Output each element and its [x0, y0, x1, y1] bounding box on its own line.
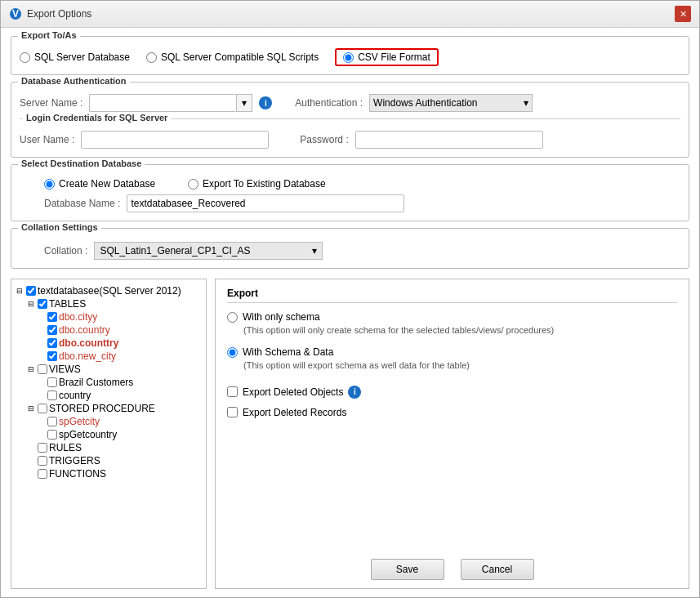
tree-checkbox[interactable]: [47, 325, 57, 335]
csv-format-option[interactable]: CSV File Format: [343, 51, 430, 63]
export-deleted-objects-checkbox[interactable]: [227, 386, 238, 397]
list-item: RULES: [15, 441, 203, 454]
export-existing-radio[interactable]: [188, 179, 198, 190]
export-deleted-objects-label: Export Deleted Objects: [243, 386, 343, 398]
schema-only-desc: (This option will only create schema for…: [227, 324, 677, 337]
cancel-button[interactable]: Cancel: [461, 559, 534, 580]
tree-toggle[interactable]: ⊟: [26, 404, 36, 413]
sql-compatible-label: SQL Server Compatible SQL Scripts: [161, 51, 319, 63]
list-item: ⊟ TABLES: [15, 297, 203, 310]
tree-node-label: country: [59, 390, 91, 401]
dialog-title: Export Options: [27, 8, 91, 20]
select-destination-section: Select Destination Database Create New D…: [11, 164, 689, 221]
export-to-section: Export To/As SQL Server Database SQL Ser…: [11, 36, 689, 75]
auth-value: Windows Authentication: [373, 97, 477, 109]
dialog-icon: V: [9, 7, 22, 20]
tree-checkbox[interactable]: [38, 469, 47, 479]
auth-dropdown-arrow: ▾: [524, 97, 528, 109]
title-bar: V Export Options ✕: [1, 1, 699, 28]
schema-only-label: With only schema: [243, 311, 320, 323]
server-name-dropdown[interactable]: ▾: [236, 94, 252, 112]
login-creds-title: Login Credentials for SQL Server: [23, 113, 171, 123]
tree-toggle[interactable]: ⊟: [26, 299, 36, 309]
list-item: dbo.country: [15, 324, 203, 337]
db-auth-title: Database Authentication: [18, 76, 130, 86]
sql-compatible-radio[interactable]: [146, 52, 157, 63]
tree-checkbox[interactable]: [47, 430, 57, 440]
db-auth-section: Database Authentication Server Name : ▾ …: [11, 82, 689, 158]
server-name-input[interactable]: [89, 94, 236, 112]
svg-text:V: V: [12, 8, 19, 20]
tree-node-label: RULES: [49, 442, 82, 453]
close-button[interactable]: ✕: [675, 6, 691, 22]
schema-data-desc: (This option will export schema as well …: [227, 359, 677, 372]
csv-format-radio[interactable]: [343, 52, 354, 63]
schema-only-option: With only schema (This option will only …: [227, 311, 677, 337]
export-deleted-records-checkbox[interactable]: [227, 407, 238, 417]
tree-checkbox[interactable]: [38, 364, 47, 374]
tree-node-label: dbo.cityy: [59, 311, 97, 323]
list-item: spGetcity: [15, 415, 203, 428]
password-input[interactable]: [355, 131, 543, 149]
database-name-label: Database Name :: [44, 198, 120, 209]
tree-checkbox[interactable]: [47, 390, 57, 400]
collation-section: Collation Settings Collation : SQL_Latin…: [11, 228, 689, 269]
tree-checkbox[interactable]: [47, 417, 57, 426]
username-input[interactable]: [81, 131, 269, 149]
username-label: User Name :: [20, 134, 74, 145]
tree-node-label: VIEWS: [49, 364, 81, 375]
schema-data-row: With Schema & Data: [227, 346, 677, 358]
tree-toggle[interactable]: ⊟: [26, 364, 36, 374]
sql-compatible-option[interactable]: SQL Server Compatible SQL Scripts: [146, 51, 319, 63]
tree-node-label: FUNCTIONS: [49, 468, 106, 480]
tree-checkbox[interactable]: [26, 286, 36, 296]
tree-checkbox[interactable]: [38, 404, 47, 413]
export-deleted-records-row: Export Deleted Records: [227, 407, 677, 418]
auth-select[interactable]: Windows Authentication ▾: [369, 94, 533, 112]
sql-server-db-radio[interactable]: [20, 52, 30, 63]
collation-dropdown-arrow: ▾: [312, 245, 317, 257]
save-button[interactable]: Save: [371, 559, 444, 580]
schema-only-radio[interactable]: [227, 312, 238, 323]
tree-panel: ⊟ textdatabasee(SQL Server 2012) ⊟ TABLE…: [11, 279, 207, 589]
tree-checkbox[interactable]: [47, 338, 57, 348]
dest-name-row: Database Name : document.querySelector('…: [20, 190, 680, 212]
list-item: TRIGGERS: [15, 454, 203, 467]
tree-node-label: textdatabasee(SQL Server 2012): [38, 285, 181, 297]
tree-checkbox[interactable]: [47, 377, 57, 387]
collation-title: Collation Settings: [18, 222, 101, 232]
tree-checkbox[interactable]: [38, 443, 47, 453]
title-bar-left: V Export Options: [9, 7, 91, 20]
tree-node-label: TABLES: [49, 298, 86, 310]
tree-checkbox[interactable]: [38, 299, 47, 309]
csv-format-highlighted: CSV File Format: [335, 48, 439, 66]
schema-data-label: With Schema & Data: [243, 346, 333, 358]
list-item: dbo.cityy: [15, 310, 203, 324]
schema-data-radio[interactable]: [227, 347, 238, 358]
list-item: ⊟ STORED PROCEDURE: [15, 402, 203, 415]
collation-value: SQL_Latin1_General_CP1_CI_AS: [100, 245, 250, 257]
csv-format-label: CSV File Format: [358, 51, 430, 63]
database-name-input[interactable]: [127, 194, 404, 212]
server-name-input-group: ▾: [89, 94, 252, 112]
tree-checkbox[interactable]: [47, 312, 57, 322]
list-item: ⊟ textdatabasee(SQL Server 2012): [15, 284, 203, 297]
deleted-objects-info-icon[interactable]: i: [348, 386, 361, 399]
export-existing-option[interactable]: Export To Existing Database: [188, 178, 326, 190]
tree-checkbox[interactable]: [47, 351, 57, 361]
tree-checkbox[interactable]: [38, 456, 47, 466]
tree-node-label: dbo.new_city: [59, 350, 116, 362]
create-new-option[interactable]: Create New Database: [44, 178, 155, 190]
creds-row: User Name : Password :: [20, 127, 680, 149]
collation-select[interactable]: SQL_Latin1_General_CP1_CI_AS ▾: [94, 242, 323, 260]
tree-node-label: STORED PROCEDURE: [49, 403, 155, 414]
dialog-body: Export To/As SQL Server Database SQL Ser…: [1, 28, 699, 597]
list-item: dbo.counttry: [15, 337, 203, 350]
tree-toggle[interactable]: ⊟: [15, 286, 25, 296]
auth-label: Authentication :: [295, 97, 363, 109]
db-auth-row: Server Name : ▾ i Authentication : Windo…: [20, 91, 680, 112]
server-info-icon[interactable]: i: [259, 96, 272, 109]
create-new-radio[interactable]: [44, 179, 55, 190]
list-item: spGetcountry: [15, 428, 203, 441]
sql-server-db-option[interactable]: SQL Server Database: [20, 51, 130, 63]
